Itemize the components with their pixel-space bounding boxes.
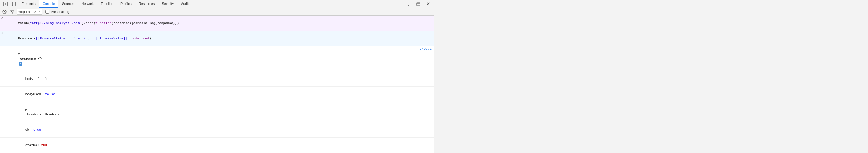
ok-text: ok: true <box>13 123 434 137</box>
promise-output-row: < Promise {[[PromiseStatus]]: "pending",… <box>0 31 434 47</box>
preserve-log-checkbox[interactable] <box>45 10 50 13</box>
filter-icon[interactable] <box>9 8 16 15</box>
body-text: body: (...) <box>13 72 434 86</box>
close-icon[interactable]: ✕ <box>424 0 432 7</box>
output-arrow: < <box>1 31 5 35</box>
tab-security[interactable]: Security <box>158 0 177 8</box>
promise-output-text: Promise {[[PromiseStatus]]: "pending", [… <box>5 31 434 46</box>
status-row: status: 200 <box>0 137 434 153</box>
tab-audits[interactable]: Audits <box>177 0 194 8</box>
clear-console-icon[interactable] <box>1 8 8 15</box>
svg-point-2 <box>13 5 14 6</box>
body-arrow <box>8 72 13 72</box>
response-arrow <box>1 47 5 47</box>
console-input-row: > fetch("http://blog.parryqiu.com").then… <box>0 16 434 31</box>
body-used-arrow <box>8 87 13 88</box>
headers-row: ▶ headers: Headers <box>0 102 434 122</box>
body-used-text: bodyUsed: false <box>13 87 434 101</box>
tab-profiles[interactable]: Profiles <box>117 0 135 8</box>
tab-bar: Elements Console Sources Network Timelin… <box>0 0 434 8</box>
response-obj-text: ▼ Response {} i <box>5 47 420 71</box>
ok-arrow <box>8 123 13 123</box>
svg-rect-3 <box>416 3 420 6</box>
body-row: body: (...) <box>0 71 434 87</box>
frame-dropdown-arrow: ▼ <box>38 10 40 13</box>
status-text: status: 200 <box>13 138 434 152</box>
inspect-icon[interactable] <box>1 0 10 8</box>
frame-selector[interactable]: <top frame> ▼ <box>17 9 42 15</box>
headers-text: ▶ headers: Headers <box>13 102 434 122</box>
tab-bar-right: ⋮ ✕ <box>405 0 434 7</box>
status-arrow <box>8 138 13 139</box>
preserve-log-toggle[interactable]: Preserve log <box>45 10 69 13</box>
tab-console[interactable]: Console <box>39 0 58 8</box>
tab-network[interactable]: Network <box>78 0 97 8</box>
body-used-row: bodyUsed: false <box>0 87 434 102</box>
headers-expand-triangle[interactable]: ▶ <box>25 107 28 112</box>
mobile-icon[interactable] <box>10 0 18 8</box>
console-toolbar: <top frame> ▼ Preserve log <box>0 8 434 16</box>
response-obj-row: ▼ Response {} i VM96:2 <box>0 47 434 71</box>
input-arrow: > <box>1 16 5 20</box>
tab-resources[interactable]: Resources <box>135 0 158 8</box>
tab-elements[interactable]: Elements <box>18 0 39 8</box>
ok-row: ok: true <box>0 122 434 137</box>
more-options-icon[interactable]: ⋮ <box>405 0 412 7</box>
console-input-text: fetch("http://blog.parryqiu.com").then(f… <box>5 16 434 30</box>
tab-sources[interactable]: Sources <box>58 0 78 8</box>
svg-line-5 <box>3 10 6 13</box>
response-expand-triangle[interactable]: ▼ <box>18 52 21 56</box>
headers-arrow <box>8 102 13 103</box>
console-output: > fetch("http://blog.parryqiu.com").then… <box>0 16 434 153</box>
response-source-ref[interactable]: VM96:2 <box>420 47 434 51</box>
undock-icon[interactable] <box>415 0 422 7</box>
tab-timeline[interactable]: Timeline <box>97 0 117 8</box>
info-badge: i <box>19 62 22 66</box>
tab-bar-left: Elements Console Sources Network Timelin… <box>1 0 194 8</box>
